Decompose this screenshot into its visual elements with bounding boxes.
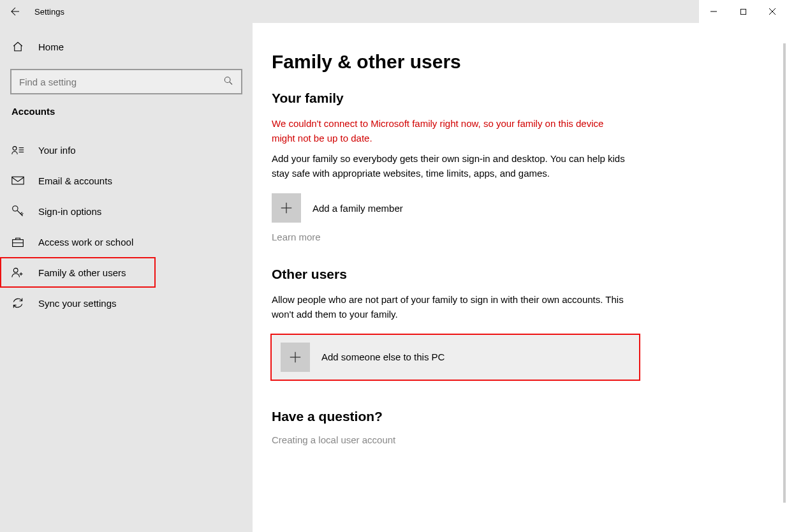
sidebar-category: Accounts	[0, 106, 253, 126]
learn-more-link[interactable]: Learn more	[272, 232, 787, 242]
main-content: Family & other users Your family We coul…	[253, 23, 787, 532]
home-icon	[11, 41, 24, 52]
svg-rect-10	[12, 177, 24, 184]
search-field[interactable]	[11, 70, 241, 93]
sync-icon	[11, 297, 24, 309]
sidebar-item-access-work-school[interactable]: Access work or school	[0, 226, 253, 257]
sidebar-item-label: Sync your settings	[38, 298, 117, 309]
sidebar-item-your-info[interactable]: Your info	[0, 135, 253, 165]
people-add-icon	[11, 267, 24, 278]
question-heading: Have a question?	[272, 409, 787, 424]
family-description: Add your family so everybody gets their …	[272, 151, 629, 181]
svg-point-6	[13, 147, 17, 151]
add-someone-label: Add someone else to this PC	[321, 351, 445, 362]
add-someone-else-button[interactable]: Add someone else to this PC	[272, 335, 639, 380]
page-title: Family & other users	[272, 51, 787, 73]
sidebar-item-label: Email & accounts	[38, 175, 112, 186]
sidebar-item-label: Family & other users	[38, 267, 126, 278]
key-icon	[11, 205, 24, 218]
svg-line-5	[230, 82, 232, 85]
window-title: Settings	[34, 7, 64, 17]
svg-point-13	[13, 268, 18, 272]
plus-icon	[272, 193, 301, 223]
search-input[interactable]	[10, 69, 242, 94]
svg-point-4	[224, 77, 230, 83]
titlebar: Settings	[0, 0, 787, 23]
sidebar-item-label: Your info	[38, 145, 76, 156]
sidebar-item-label: Sign-in options	[38, 206, 101, 217]
scrollbar[interactable]	[783, 43, 786, 503]
family-error-text: We couldn't connect to Microsoft family …	[272, 116, 629, 146]
back-button[interactable]	[0, 6, 31, 17]
maximize-button[interactable]	[728, 0, 758, 23]
briefcase-icon	[11, 236, 24, 248]
close-button[interactable]	[758, 0, 787, 23]
family-heading: Your family	[272, 91, 787, 106]
other-users-description: Allow people who are not part of your fa…	[272, 292, 629, 322]
sidebar-item-email-accounts[interactable]: Email & accounts	[0, 165, 253, 196]
sidebar-item-sync-settings[interactable]: Sync your settings	[0, 288, 253, 318]
add-family-member-button[interactable]: Add a family member	[272, 193, 787, 223]
home-nav[interactable]: Home	[0, 32, 253, 61]
add-family-label: Add a family member	[313, 203, 403, 214]
minimize-button[interactable]	[699, 0, 728, 23]
plus-icon	[281, 343, 310, 372]
help-link-local-account[interactable]: Creating a local user account	[272, 434, 787, 445]
other-users-heading: Other users	[272, 267, 787, 282]
sidebar: Home Accounts Your info	[0, 23, 253, 532]
home-label: Home	[38, 41, 64, 52]
svg-rect-1	[740, 9, 746, 14]
sidebar-item-label: Access work or school	[38, 237, 133, 248]
svg-point-11	[13, 206, 18, 211]
sidebar-item-family-other-users[interactable]: Family & other users	[0, 257, 156, 288]
mail-icon	[11, 176, 24, 185]
search-icon	[223, 76, 233, 88]
user-card-icon	[11, 145, 24, 155]
sidebar-item-sign-in-options[interactable]: Sign-in options	[0, 196, 253, 226]
